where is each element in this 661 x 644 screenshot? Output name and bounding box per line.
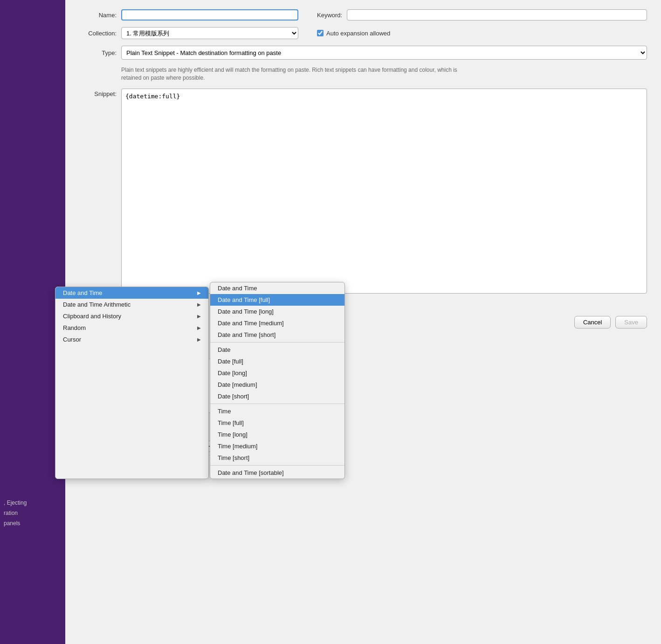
menu-item-clipboard-history[interactable]: Clipboard and History ▶ <box>55 310 208 322</box>
save-button[interactable]: Save <box>615 316 647 329</box>
keyword-input[interactable] <box>347 9 647 21</box>
sidebar-label-ration: ration <box>4 508 62 518</box>
type-select[interactable]: Plain Text Snippet - Match destination f… <box>121 46 647 60</box>
name-label: Name: <box>79 12 121 19</box>
context-menu-container: Date and Time ▶ Date and Time Arithmetic… <box>55 287 345 479</box>
right-menu-item-time-medium[interactable]: Time [medium] <box>210 440 344 452</box>
right-menu-item-datetime-sortable[interactable]: Date and Time [sortable] <box>210 467 344 479</box>
snippet-textarea[interactable]: {datetime:full} <box>121 89 647 294</box>
auto-expansion-label: Auto expansion allowed <box>326 30 390 37</box>
sidebar-label-panels: panels <box>4 518 62 528</box>
menu-item-date-arithmetic[interactable]: Date and Time Arithmetic ▶ <box>55 299 208 310</box>
right-menu-item-datetime-long[interactable]: Date and Time [long] <box>210 306 344 317</box>
right-menu-item-time-short[interactable]: Time [short] <box>210 452 344 464</box>
right-menu-item-datetime-short[interactable]: Date and Time [short] <box>210 329 344 341</box>
arrow-icon-cursor: ▶ <box>197 337 201 342</box>
right-menu-item-time-long[interactable]: Time [long] <box>210 429 344 440</box>
arrow-icon-date-arithmetic: ▶ <box>197 302 201 307</box>
cancel-button[interactable]: Cancel <box>574 316 611 329</box>
separator-1 <box>210 342 344 343</box>
right-menu-item-date-short[interactable]: Date [short] <box>210 391 344 402</box>
menu-item-date-and-time[interactable]: Date and Time ▶ <box>55 287 208 299</box>
type-select-wrapper: Plain Text Snippet - Match destination f… <box>121 46 647 60</box>
snippet-label: Snippet: <box>79 89 121 294</box>
keyword-label: Keyword: <box>317 12 342 19</box>
type-label: Type: <box>79 49 121 56</box>
arrow-icon-date-and-time: ▶ <box>197 290 201 295</box>
right-submenu: Date and Time Date and Time [full] Date … <box>210 282 345 479</box>
sidebar-label-ejecting: , Ejecting <box>4 498 62 508</box>
menu-item-cursor[interactable]: Cursor ▶ <box>55 334 208 345</box>
right-menu-item-date-full[interactable]: Date [full] <box>210 356 344 367</box>
auto-expansion-group: Auto expansion allowed <box>317 30 390 37</box>
name-input[interactable] <box>121 9 298 21</box>
separator-2 <box>210 404 344 404</box>
arrow-icon-clipboard-history: ▶ <box>197 314 201 319</box>
type-description: Plain text snippets are highly efficient… <box>121 66 475 82</box>
right-menu-item-date-medium[interactable]: Date [medium] <box>210 379 344 391</box>
right-menu-item-time[interactable]: Time <box>210 405 344 417</box>
right-menu-item-datetime[interactable]: Date and Time <box>210 282 344 294</box>
collection-label: Collection: <box>79 30 121 37</box>
auto-expansion-checkbox[interactable] <box>317 30 324 36</box>
right-menu-item-datetime-full[interactable]: Date and Time [full] <box>210 294 344 306</box>
right-menu-item-date[interactable]: Date <box>210 344 344 356</box>
collection-select[interactable]: 1. 常用模版系列 <box>121 27 298 39</box>
snippet-area-wrapper: Snippet: {datetime:full} <box>79 89 647 294</box>
collection-row: Collection: 1. 常用模版系列 Auto expansion all… <box>79 27 647 39</box>
right-menu-item-date-long[interactable]: Date [long] <box>210 367 344 379</box>
type-row: Type: Plain Text Snippet - Match destina… <box>79 46 647 60</box>
collection-select-wrapper: 1. 常用模版系列 <box>121 27 298 39</box>
menu-item-random[interactable]: Random ▶ <box>55 322 208 334</box>
separator-3 <box>210 465 344 466</box>
left-submenu: Date and Time ▶ Date and Time Arithmetic… <box>55 287 209 479</box>
right-menu-item-time-full[interactable]: Time [full] <box>210 417 344 429</box>
right-menu-item-datetime-medium[interactable]: Date and Time [medium] <box>210 317 344 329</box>
arrow-icon-random: ▶ <box>197 325 201 330</box>
name-row: Name: Keyword: <box>79 9 647 21</box>
